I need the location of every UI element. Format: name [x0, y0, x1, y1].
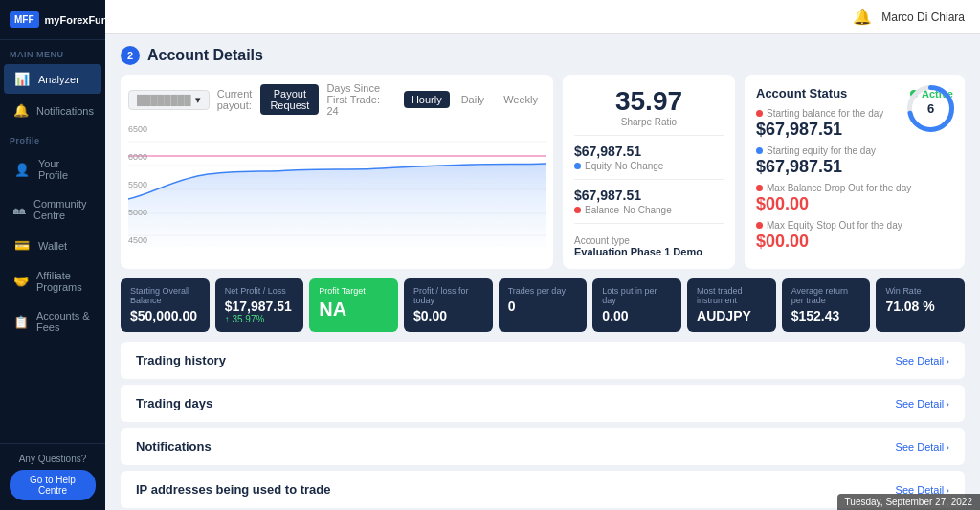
analyzer-icon: 📊: [13, 72, 31, 86]
page-header: 2 Account Details: [121, 46, 965, 65]
status-item-3: Max Equity Stop Out for the day $00.00: [756, 220, 953, 252]
trading-days-detail-link[interactable]: See Detail ›: [896, 398, 949, 410]
top-panel: ████████ ▾ Current payout: Payout Reques…: [121, 75, 965, 269]
tab-hourly[interactable]: Hourly: [404, 91, 450, 108]
stats-bar-val-2: NA: [319, 299, 389, 321]
accounts-icon: 📋: [13, 315, 29, 329]
account-type-section: Account type Evaluation Phase 1 Demo: [574, 232, 724, 257]
status-item-val-1: $67,987.51: [756, 157, 953, 177]
stats-bar-label-4: Trades per day: [508, 286, 578, 296]
stats-bar-item-1: Net Profit / Loss $17,987.51 ↑ 35.97%: [215, 278, 304, 332]
profile-label: Profile: [0, 126, 105, 149]
balance-dot: [574, 207, 581, 213]
sharpe-ratio-value: 35.97: [574, 86, 724, 117]
page-icon: 2: [121, 46, 140, 65]
sidebar-item-label: Accounts & Fees: [36, 310, 92, 333]
stats-bar-item-7: Average return per trade $152.43: [782, 278, 871, 332]
stats-bar-item-2: Profit Target NA: [309, 278, 398, 332]
help-btn[interactable]: Go to Help Centre: [10, 470, 96, 500]
wallet-icon: 💳: [13, 238, 31, 253]
stats-bar-label-3: Profit / loss for today: [413, 286, 483, 305]
chevron-down-icon: ▾: [195, 94, 201, 106]
community-icon: 🏘: [13, 203, 26, 217]
stats-bar-val-6: AUDJPY: [697, 308, 767, 323]
sidebar-item-notifications[interactable]: 🔔 Notifications: [4, 96, 101, 125]
stats-bar-item-5: Lots put in per day 0.00: [592, 278, 681, 332]
sidebar-item-label: Community Centre: [33, 198, 92, 221]
main-content: 🔔 Marco Di Chiara 2 Account Details ████…: [105, 0, 980, 510]
balance-row: $67,987.51 Balance No Change: [574, 188, 724, 215]
account-status-title: Account Status: [756, 86, 847, 100]
stats-bar-label-5: Lots put in per day: [602, 286, 672, 305]
stats-bar-item-4: Trades per day 0: [499, 278, 588, 332]
section-notifications: Notifications See Detail ›: [121, 428, 965, 465]
notifications-detail-link[interactable]: See Detail ›: [896, 441, 949, 453]
stats-bar-val-3: $0.00: [413, 308, 483, 323]
sidebar-item-label: Your Profile: [38, 158, 92, 181]
sidebar-item-label: Notifications: [36, 105, 94, 117]
notifications-label: Notifications: [136, 439, 212, 454]
bell-icon: 🔔: [13, 103, 29, 118]
stats-bar-val-8: 71.08 %: [885, 299, 955, 314]
svg-text:6: 6: [927, 101, 934, 116]
payout-request-button[interactable]: Payout Request: [260, 84, 319, 115]
notification-bell-icon[interactable]: 🔔: [853, 8, 872, 26]
chart-area: 6500 6000 5500 5000 4500: [128, 122, 546, 247]
date-footer: Tuesday, September 27, 2022: [837, 494, 980, 510]
account-type-value: Evaluation Phase 1 Demo: [574, 246, 724, 257]
status-item-2: Max Balance Drop Out for the day $00.00: [756, 183, 953, 214]
stats-bar-sub-1: ↑ 35.97%: [225, 314, 295, 324]
tab-weekly[interactable]: Weekly: [496, 91, 546, 108]
blue-dot-icon: [756, 147, 763, 154]
red-dot-icon-3: [756, 222, 763, 229]
sidebar-item-profile[interactable]: 👤 Your Profile: [4, 150, 101, 188]
sidebar: MFF myForexFunds MAIN MENU 📊 Analyzer 🔔 …: [0, 0, 105, 510]
sidebar-item-community[interactable]: 🏘 Community Centre: [4, 190, 101, 229]
stats-bar-val-1: $17,987.51: [225, 299, 295, 314]
red-dot-icon-2: [756, 185, 763, 191]
sharpe-ratio-label: Sharpe Ratio: [574, 117, 724, 127]
section-trading-days: Trading days See Detail ›: [121, 385, 965, 422]
stats-bar-val-0: $50,000.00: [130, 308, 200, 323]
stats-bar-label-6: Most traded instrument: [697, 286, 767, 305]
balance-sub: Balance No Change: [574, 205, 724, 215]
red-dot-icon: [756, 110, 763, 117]
stats-bar-label-8: Win Rate: [885, 286, 955, 296]
affiliate-icon: 🤝: [13, 275, 29, 289]
balance-change: No Change: [623, 205, 672, 215]
sidebar-logo: MFF myForexFunds: [0, 0, 105, 40]
chart-card: ████████ ▾ Current payout: Payout Reques…: [121, 75, 553, 269]
circle-chart-svg: 6: [904, 82, 957, 135]
chevron-right-icon-3: ›: [946, 441, 949, 453]
sidebar-item-accounts[interactable]: 📋 Accounts & Fees: [4, 302, 101, 341]
account-text: ████████: [137, 95, 191, 105]
stats-bar-val-5: 0.00: [602, 308, 672, 323]
balance-label: Balance: [585, 205, 619, 215]
sidebar-item-wallet[interactable]: 💳 Wallet: [4, 231, 101, 260]
y-axis-label: 6500: [128, 124, 147, 134]
chevron-right-icon: ›: [946, 355, 949, 366]
stats-bar-label-2: Profit Target: [319, 286, 389, 296]
sidebar-bottom: Any Questions? Go to Help Centre: [0, 443, 105, 510]
section-trading-history: Trading history See Detail ›: [121, 342, 965, 379]
equity-row: $67,987.51 Equity No Change: [574, 144, 724, 171]
stats-bar-item-0: Starting Overall Balance $50,000.00: [121, 278, 210, 332]
trading-history-detail-link[interactable]: See Detail ›: [896, 355, 949, 366]
y-axis-label: 6000: [128, 152, 147, 162]
equity-value: $67,987.51: [574, 144, 724, 159]
stats-bar-val-7: $152.43: [791, 308, 861, 323]
status-item-label-3: Max Equity Stop Out for the day: [756, 220, 953, 231]
sidebar-item-analyzer[interactable]: 📊 Analyzer: [4, 64, 101, 94]
logo-abbr: MFF: [10, 11, 39, 28]
days-since-label: Days Since First Trade: 24: [326, 82, 388, 117]
ip-addresses-label: IP addresses being used to trade: [136, 482, 331, 497]
stats-bar-item-8: Win Rate 71.08 %: [876, 278, 965, 332]
stats-bar: Starting Overall Balance $50,000.00 Net …: [121, 278, 965, 332]
current-payout-label: Current payout:: [217, 88, 254, 111]
sidebar-item-affiliate[interactable]: 🤝 Affiliate Programs: [4, 262, 101, 300]
account-status-card: Account Status Active 6: [745, 75, 965, 269]
circle-chart-wrapper: 6: [904, 82, 957, 138]
status-item-label-1: Starting equity for the day: [756, 145, 953, 156]
tab-daily[interactable]: Daily: [454, 91, 492, 108]
account-selector[interactable]: ████████ ▾: [128, 90, 210, 110]
